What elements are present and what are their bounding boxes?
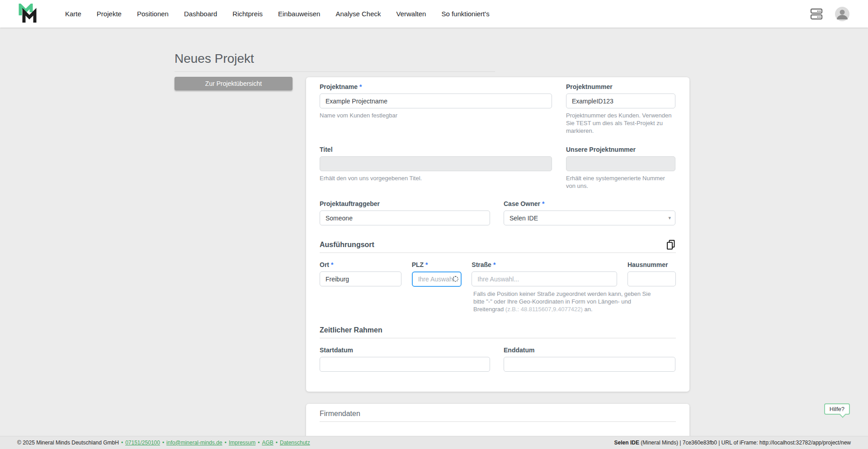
projektname-input[interactable]	[320, 94, 552, 108]
section-divider	[320, 253, 676, 253]
section-divider	[320, 338, 676, 338]
datenschutz-link[interactable]: Datenschutz	[280, 440, 310, 446]
nav-item-so-funktionierts[interactable]: So funktioniert's	[441, 10, 489, 18]
top-navbar: Karte Projekte Positionen Dashboard Rich…	[0, 0, 868, 28]
startdatum-label: Startdatum	[320, 346, 490, 354]
projektname-helper: Name vom Kunden festlegbar	[320, 112, 552, 119]
mineral-minds-logo-icon[interactable]	[18, 4, 40, 24]
projektnummer-helper: Projektnummer des Kunden. Verwenden Sie …	[566, 112, 675, 135]
field-projektnummer: Projektnummer Projektnummer des Kunden. …	[566, 83, 675, 135]
unsere-projektnummer-label: Unsere Projektnummer	[566, 146, 675, 153]
projektnummer-input[interactable]	[566, 94, 675, 108]
page-title: Neues Projekt	[175, 51, 495, 66]
hausnummer-input[interactable]	[627, 271, 676, 286]
bubble-tail	[840, 412, 846, 418]
required-marker: *	[331, 261, 333, 268]
required-marker: *	[425, 261, 428, 268]
field-startdatum: Startdatum	[320, 346, 490, 372]
chevron-down-icon: ▾	[668, 215, 671, 221]
nav-item-dashboard[interactable]: Dashboard	[184, 10, 217, 18]
loading-spinner-icon	[453, 276, 458, 282]
nav-item-richtpreis[interactable]: Richtpreis	[232, 10, 263, 18]
nav-item-karte[interactable]: Karte	[65, 10, 81, 18]
section-zeitlicher-rahmen: Zeitlicher Rahmen	[320, 326, 676, 334]
titel-helper: Erhält den von uns vorgegebenen Titel.	[320, 174, 552, 182]
zur-projektuebersicht-button[interactable]: Zur Projektübersicht	[175, 77, 292, 90]
email-link[interactable]: info@mineral-minds.de	[166, 440, 222, 446]
field-ort: Ort *	[320, 261, 401, 287]
phone-link[interactable]: 07151/250100	[125, 440, 160, 446]
footer-status: Selen IDE (Mineral Minds) | 7ce360e83fb0…	[614, 440, 851, 446]
projektauftraggeber-input[interactable]	[320, 210, 490, 225]
case-owner-label: Case Owner *	[504, 200, 675, 207]
unsere-projektnummer-helper: Erhält eine systemgenerierte Nummer von …	[566, 174, 675, 190]
enddatum-label: Enddatum	[504, 346, 675, 354]
copy-icon[interactable]	[666, 239, 676, 250]
field-titel: Titel Erhält den von uns vorgegebenen Ti…	[320, 146, 552, 190]
field-case-owner: Case Owner * Selen IDE ▾	[504, 200, 675, 225]
field-projektauftraggeber: Projektauftraggeber	[320, 200, 490, 225]
case-owner-value: Selen IDE	[509, 215, 538, 222]
project-form-card: Projektname * Name vom Kunden festlegbar…	[306, 77, 689, 392]
section-divider	[320, 421, 676, 422]
plz-label: PLZ *	[412, 261, 462, 268]
status-user: Selen IDE	[614, 440, 639, 446]
field-plz: PLZ *	[412, 261, 462, 287]
field-unsere-projektnummer: Unsere Projektnummer Erhält eine systemg…	[566, 146, 675, 190]
strasse-helper: Falls die Position keiner Straße zugeord…	[473, 290, 651, 313]
projektauftraggeber-label: Projektauftraggeber	[320, 200, 490, 207]
ort-input[interactable]	[320, 271, 401, 286]
field-enddatum: Enddatum	[504, 346, 675, 372]
copyright-text: © 2025 Mineral Minds Deutschland GmbH	[17, 440, 119, 446]
agb-link[interactable]: AGB	[262, 440, 273, 446]
enddatum-input[interactable]	[504, 357, 675, 372]
footer-left: © 2025 Mineral Minds Deutschland GmbH • …	[17, 440, 310, 446]
ausfuehrungsort-title: Ausführungsort	[320, 241, 374, 249]
titel-label: Titel	[320, 146, 552, 153]
row-datum: Startdatum Enddatum	[320, 346, 676, 372]
projektname-label: Projektname *	[320, 83, 552, 90]
avatar-icon[interactable]	[835, 6, 850, 22]
field-projektname: Projektname * Name vom Kunden festlegbar	[320, 83, 552, 135]
hausnummer-label: Hausnummer	[627, 261, 676, 268]
footer-bar: © 2025 Mineral Minds Deutschland GmbH • …	[0, 436, 868, 449]
nav-right-icons	[810, 6, 850, 22]
status-detail: (Mineral Minds) | 7ce360e83fb0 | URL of …	[639, 440, 851, 446]
required-marker: *	[493, 261, 495, 268]
zeitlicher-rahmen-title: Zeitlicher Rahmen	[320, 326, 382, 334]
nav-item-einbauweisen[interactable]: Einbauweisen	[278, 10, 320, 18]
required-marker: *	[359, 83, 362, 90]
row-projektname-projektnummer: Projektname * Name vom Kunden festlegbar…	[320, 83, 676, 135]
projektnummer-label: Projektnummer	[566, 83, 675, 90]
required-marker: *	[542, 200, 544, 207]
strasse-label: Straße *	[472, 261, 617, 268]
case-owner-select[interactable]: Selen IDE ▾	[504, 210, 675, 225]
page: Karte Projekte Positionen Dashboard Rich…	[0, 0, 868, 449]
hilfe-button[interactable]: Hilfe?	[824, 403, 850, 415]
page-title-block: Neues Projekt	[175, 51, 495, 72]
field-strasse: Straße *	[472, 261, 617, 287]
impressum-link[interactable]: Impressum	[229, 440, 255, 446]
nav-item-verwalten[interactable]: Verwalten	[396, 10, 426, 18]
firmendaten-title: Firmendaten	[320, 410, 360, 418]
field-hausnummer: Hausnummer	[627, 261, 676, 287]
nav-menu: Karte Projekte Positionen Dashboard Rich…	[65, 10, 490, 18]
nav-item-positionen[interactable]: Positionen	[137, 10, 169, 18]
section-firmendaten: Firmendaten	[320, 410, 676, 418]
strasse-input[interactable]	[472, 271, 617, 286]
nav-item-projekte[interactable]: Projekte	[97, 10, 122, 18]
row-adresse: Ort * PLZ * Straße *	[320, 261, 676, 287]
startdatum-input[interactable]	[320, 357, 490, 372]
section-ausfuehrungsort: Ausführungsort	[320, 241, 676, 249]
row-titel-unsere-projektnummer: Titel Erhält den von uns vorgegebenen Ti…	[320, 146, 676, 190]
unsere-projektnummer-input	[566, 156, 675, 171]
row-auftraggeber-caseowner: Projektauftraggeber Case Owner * Selen I…	[320, 200, 676, 225]
nav-item-analyse-check[interactable]: Analyse Check	[335, 10, 381, 18]
titel-input	[320, 156, 552, 171]
ort-label: Ort *	[320, 261, 401, 268]
server-icon[interactable]	[810, 7, 823, 21]
